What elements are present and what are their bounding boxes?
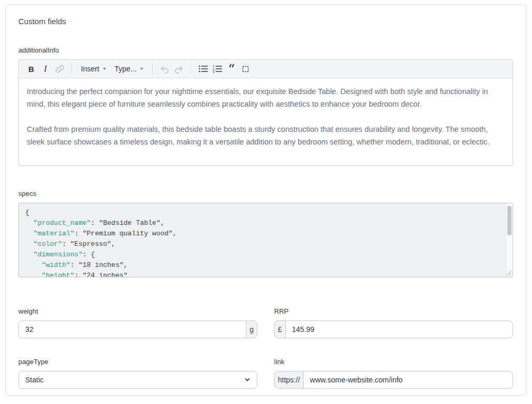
insert-dropdown-label: Insert [81,65,99,73]
rrp-input[interactable] [285,320,513,338]
link-input-group: https:// [274,371,513,389]
code-line: "dimensions": { [25,250,506,260]
weight-unit-addon: g [246,320,257,338]
code-content: { "product_name": "Bedside Table", "mate… [19,203,513,277]
code-line: "product_name": "Bedside Table", [25,218,506,229]
pagetype-select-wrap: Static [18,371,257,389]
toolbar-divider [191,63,191,75]
page-title: Custom fields [18,16,513,27]
protocol-addon: https:// [274,371,304,389]
redo-icon [174,64,184,74]
bold-icon: B [28,65,34,74]
bullet-list-button[interactable] [196,62,210,76]
code-line: "color": "Espresso", [25,239,506,250]
bold-button[interactable]: B [24,62,38,76]
blockquote-button[interactable]: “ [224,62,238,76]
weight-input[interactable] [18,320,246,338]
scrollbar-track[interactable] [506,203,513,277]
ordered-list-button[interactable]: 123 [210,62,224,76]
editor-paragraph: Crafted from premium quality materials, … [27,123,505,148]
undo-icon [160,64,170,74]
editor-content[interactable]: Introducing the perfect companion for yo… [19,78,513,165]
inline-object-button[interactable] [238,62,253,76]
type-dropdown-label: Type... [114,65,137,73]
currency-addon: £ [274,320,286,338]
rrp-label: RRP [274,307,513,316]
italic-button[interactable]: I [38,62,53,76]
additionalinfo-label: additionalInfo [18,46,513,55]
rrp-input-group: £ [274,320,513,338]
ordered-list-icon: 123 [213,65,222,73]
weight-field: weight g [18,307,257,338]
redo-button[interactable] [172,62,186,76]
specs-textarea[interactable]: { "product_name": "Bedside Table", "mate… [18,203,513,277]
pagetype-select[interactable]: Static [18,371,257,389]
undo-button[interactable] [158,62,172,76]
blockquote-icon: “ [228,67,235,75]
scrollbar-thumb[interactable] [507,206,512,235]
specs-label: specs [18,190,513,198]
bullet-list-icon [199,65,208,73]
link-button[interactable] [53,62,67,76]
link-icon [55,64,65,74]
code-line: { [25,208,506,218]
code-line: "width": "18 inches", [25,260,506,271]
dashed-box-icon [243,66,248,72]
weight-input-group: g [18,320,257,338]
custom-fields-card: Custom fields additionalInfo B I Insert [5,4,526,396]
type-dropdown[interactable]: Type... [110,62,148,76]
link-input[interactable] [303,371,513,389]
editor-toolbar: B I Insert Type... [19,60,513,78]
link-field: link https:// [274,358,513,389]
weight-label: weight [18,307,257,316]
rrp-field: RRP £ [274,307,513,338]
code-line: "material": "Premium quality wood", [25,229,506,239]
svg-text:3: 3 [213,70,215,73]
fields-grid: weight g RRP £ pageType Static [18,307,513,389]
pagetype-field: pageType Static [18,358,257,389]
rich-text-editor: B I Insert Type... [18,59,513,166]
insert-dropdown[interactable]: Insert [77,62,110,76]
toolbar-divider [152,63,153,75]
pagetype-label: pageType [18,358,257,366]
code-line: "height": "24 inches" [25,271,506,277]
chevron-down-icon [140,68,143,70]
chevron-down-icon [103,68,106,70]
editor-paragraph: Introducing the perfect companion for yo… [27,85,505,110]
link-label: link [274,358,513,366]
italic-icon: I [44,64,47,74]
toolbar-divider [71,63,72,75]
resize-handle-icon[interactable] [506,271,512,276]
